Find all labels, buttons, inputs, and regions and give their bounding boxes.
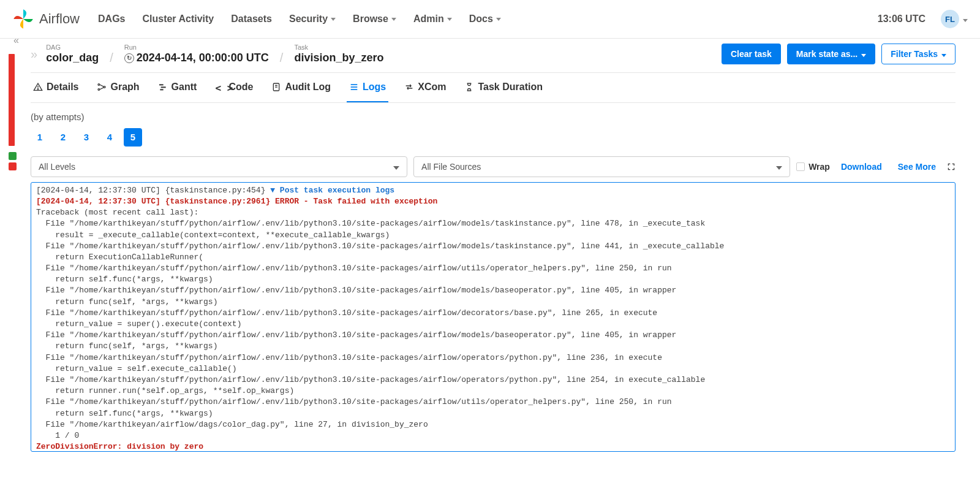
download-link[interactable]: Download	[836, 162, 887, 172]
status-dot-success[interactable]	[9, 152, 17, 160]
breadcrumb-task[interactable]: Task division_by_zero	[294, 44, 383, 65]
clock: 13:06 UTC	[878, 13, 925, 25]
log-line: File "/home/karthikeyan/stuff/python/air…	[36, 219, 705, 228]
checkbox-icon	[796, 162, 805, 171]
svg-point-4	[104, 86, 106, 88]
nav-browse[interactable]: Browse	[353, 13, 396, 25]
log-line: File "/home/karthikeyan/airflow/dags/col…	[36, 420, 428, 429]
svg-rect-6	[160, 86, 165, 88]
tab-gantt[interactable]: Gantt	[156, 73, 200, 102]
log-toolbar: All Levels All File Sources Wrap Downloa…	[31, 156, 956, 177]
tab-logs[interactable]: Logs	[347, 73, 388, 102]
log-line: return func(self, *args, **kwargs)	[36, 341, 217, 351]
log-line: File "/home/karthikeyan/stuff/python/air…	[36, 308, 657, 318]
breadcrumb-row: » DAG color_dag / Run 2024-04-14, 00:00:…	[31, 39, 956, 73]
filter-tasks-button[interactable]: Filter Tasks	[881, 44, 956, 64]
wrap-toggle[interactable]: Wrap	[796, 162, 830, 172]
log-line: return runner.run(*self.op_args, **self.…	[36, 386, 294, 395]
attempt-5[interactable]: 5	[124, 128, 142, 147]
attempt-4[interactable]: 4	[100, 128, 119, 147]
xcom-icon	[404, 82, 414, 92]
brand-text: Airflow	[39, 11, 80, 27]
tab-details[interactable]: Details	[31, 73, 81, 102]
log-line: Traceback (most recent call last):	[36, 208, 198, 217]
nav-security[interactable]: Security	[289, 13, 336, 25]
nav-dags[interactable]: DAGs	[98, 13, 125, 25]
log-line: return_value = self.execute_callable()	[36, 364, 237, 373]
breadcrumb-slash: /	[277, 51, 286, 65]
log-line: return func(self, *args, **kwargs)	[36, 297, 217, 307]
collapse-panel-icon[interactable]: «	[13, 35, 19, 46]
chevron-down-icon	[330, 13, 336, 25]
status-bar-failed[interactable]	[9, 54, 15, 146]
attempt-2[interactable]: 2	[54, 128, 72, 147]
log-output[interactable]: [2024-04-14, 12:37:30 UTC] {taskinstance…	[31, 182, 956, 452]
schedule-icon	[124, 53, 134, 63]
avatar: FL	[941, 10, 959, 28]
log-line: return_value = super().execute(context)	[36, 319, 241, 329]
breadcrumb-sep-icon: »	[31, 47, 37, 61]
log-level-select[interactable]: All Levels	[31, 156, 407, 177]
log-line: File "/home/karthikeyan/stuff/python/air…	[36, 375, 705, 384]
nav-cluster-activity[interactable]: Cluster Activity	[142, 13, 214, 25]
chevron-down-icon	[861, 49, 866, 59]
log-line: ▼ Post task execution logs	[270, 186, 394, 195]
grid-gutter	[9, 50, 17, 170]
top-navbar: Airflow DAGs Cluster Activity Datasets S…	[0, 0, 980, 39]
tab-xcom[interactable]: XCom	[402, 73, 448, 102]
breadcrumb-dag[interactable]: DAG color_dag	[46, 44, 99, 65]
svg-point-3	[98, 88, 100, 90]
attempts-list: 12345	[31, 128, 956, 147]
brand[interactable]: Airflow	[12, 8, 80, 30]
warning-icon	[33, 82, 43, 92]
log-line: [2024-04-14, 12:37:30 UTC] {taskinstance…	[36, 197, 437, 206]
chevron-down-icon	[390, 13, 396, 25]
log-line: 1 / 0	[36, 431, 79, 440]
audit-icon	[271, 82, 281, 92]
logs-icon	[349, 82, 359, 92]
breadcrumb-run[interactable]: Run 2024-04-14, 00:00:00 UTC	[124, 44, 269, 65]
mark-state-button[interactable]: Mark state as...	[787, 44, 875, 64]
tab-graph[interactable]: Graph	[94, 73, 141, 102]
user-menu[interactable]: FL	[941, 10, 968, 28]
chevron-down-icon	[941, 49, 946, 59]
log-line: [2024-04-14, 12:37:30 UTC] {taskinstance…	[36, 186, 270, 195]
log-line: return self.func(*args, **kwargs)	[36, 409, 213, 418]
gantt-icon	[158, 82, 168, 92]
log-line: File "/home/karthikeyan/stuff/python/air…	[36, 264, 672, 273]
attempt-3[interactable]: 3	[77, 128, 96, 147]
file-source-select[interactable]: All File Sources	[413, 156, 790, 177]
svg-rect-5	[159, 84, 164, 85]
log-line: File "/home/karthikeyan/stuff/python/air…	[36, 242, 724, 251]
tab-audit-log[interactable]: Audit Log	[269, 73, 333, 102]
status-dot-failed[interactable]	[9, 162, 17, 170]
log-line: result = _execute_callable(context=conte…	[36, 230, 390, 240]
tab-task-duration[interactable]: Task Duration	[462, 73, 545, 102]
chevron-down-icon	[495, 13, 501, 25]
tabs: Details Graph Gantt < > Code Audit Log L…	[31, 73, 956, 103]
tab-code[interactable]: < > Code	[213, 73, 255, 102]
attempts-label: (by attempts)	[31, 112, 956, 122]
svg-point-2	[98, 83, 100, 85]
nav-links: DAGs Cluster Activity Datasets Security …	[98, 13, 501, 25]
svg-point-1	[37, 88, 38, 89]
breadcrumb-slash: /	[107, 51, 116, 65]
log-line: File "/home/karthikeyan/stuff/python/air…	[36, 330, 676, 340]
see-more-link[interactable]: See More	[893, 162, 941, 172]
nav-admin[interactable]: Admin	[413, 13, 452, 25]
nav-docs[interactable]: Docs	[469, 13, 501, 25]
nav-datasets[interactable]: Datasets	[231, 13, 272, 25]
airflow-logo-icon	[12, 8, 34, 30]
chevron-down-icon	[776, 162, 782, 172]
log-line: ZeroDivisionError: division by zero	[36, 442, 203, 451]
log-line: File "/home/karthikeyan/stuff/python/air…	[36, 397, 672, 406]
graph-icon	[97, 82, 107, 92]
attempt-1[interactable]: 1	[31, 128, 49, 147]
code-icon: < >	[215, 82, 225, 92]
chevron-down-icon	[446, 13, 452, 25]
hourglass-icon	[464, 82, 474, 92]
log-line: File "/home/karthikeyan/stuff/python/air…	[36, 353, 662, 362]
clear-task-button[interactable]: Clear task	[722, 44, 781, 64]
log-line: File "/home/karthikeyan/stuff/python/air…	[36, 286, 676, 295]
fullscreen-icon[interactable]	[947, 162, 956, 171]
